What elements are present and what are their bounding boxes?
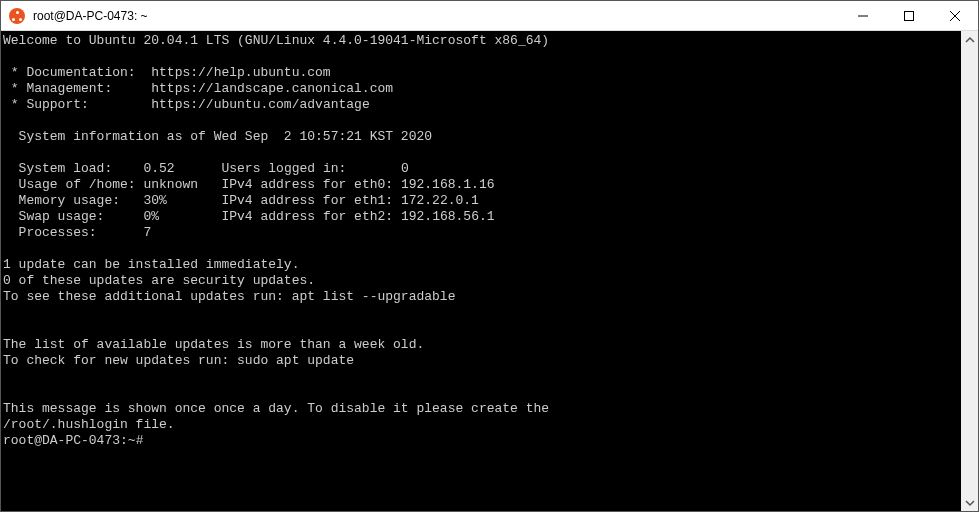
ip2-label: IPv4 address for eth2: [221,209,393,224]
support-label: * Support: [3,97,89,112]
svg-rect-1 [905,11,914,20]
users-label: Users logged in: [221,161,346,176]
stale-2: To check for new updates run: sudo apt u… [3,353,354,368]
proc-label: Processes: [3,225,97,240]
window-title: root@DA-PC-0473: ~ [33,9,840,23]
support-url: https://ubuntu.com/advantage [151,97,369,112]
ip2-value: 192.168.56.1 [401,209,495,224]
ip0-label: IPv4 address for eth0: [221,177,393,192]
prompt-path: ~ [128,433,136,448]
ubuntu-icon [9,8,25,24]
stale-1: The list of available updates is more th… [3,337,424,352]
proc-value: 7 [143,225,151,240]
scrollbar[interactable] [961,31,978,511]
load-value: 0.52 [143,161,174,176]
updates-1: 1 update can be installed immediately. [3,257,299,272]
minimize-button[interactable] [840,1,886,30]
titlebar[interactable]: root@DA-PC-0473: ~ [1,1,978,31]
load-label: System load: [3,161,112,176]
ip1-label: IPv4 address for eth1: [221,193,393,208]
maximize-button[interactable] [886,1,932,30]
updates-2: 0 of these updates are security updates. [3,273,315,288]
motd-welcome: Welcome to Ubuntu 20.04.1 LTS (GNU/Linux… [3,33,549,48]
doc-label: * Documentation: [3,65,136,80]
doc-url: https://help.ubuntu.com [151,65,330,80]
sysinfo-header: System information as of Wed Sep 2 10:57… [3,129,432,144]
window-controls [840,1,978,30]
home-label: Usage of /home: [3,177,136,192]
prompt-symbol: # [136,433,144,448]
home-value: unknown [143,177,198,192]
ip1-value: 172.22.0.1 [401,193,479,208]
mgmt-url: https://landscape.canonical.com [151,81,393,96]
updates-3: To see these additional updates run: apt… [3,289,455,304]
users-value: 0 [401,161,409,176]
mgmt-label: * Management: [3,81,112,96]
mem-label: Memory usage: [3,193,120,208]
hush-1: This message is shown once once a day. T… [3,401,549,416]
ip0-value: 192.168.1.16 [401,177,495,192]
swap-label: Swap usage: [3,209,104,224]
close-button[interactable] [932,1,978,30]
mem-value: 30% [143,193,166,208]
terminal-window: root@DA-PC-0473: ~ Welcome to Ubuntu 20.… [0,0,979,512]
scroll-up-button[interactable] [961,31,978,48]
hush-2: /root/.hushlogin file. [3,417,175,432]
scroll-down-button[interactable] [961,494,978,511]
terminal-output[interactable]: Welcome to Ubuntu 20.04.1 LTS (GNU/Linux… [1,31,961,511]
client-area: Welcome to Ubuntu 20.04.1 LTS (GNU/Linux… [1,31,978,511]
swap-value: 0% [143,209,159,224]
prompt-userhost: root@DA-PC-0473 [3,433,120,448]
